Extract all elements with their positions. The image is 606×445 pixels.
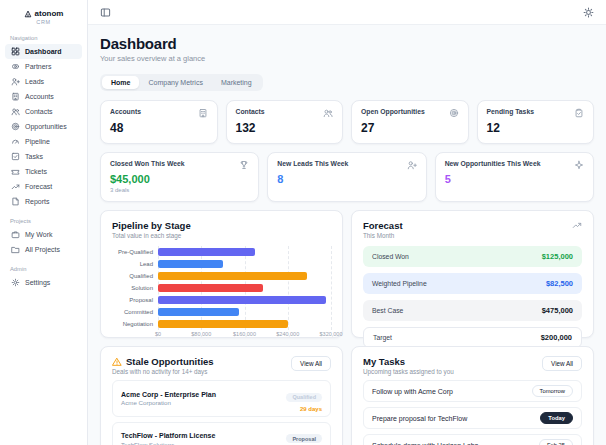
kpi-value: 27: [361, 121, 459, 135]
gauge-icon: [11, 137, 20, 146]
target-icon: [449, 108, 459, 118]
kpi-label: Accounts: [110, 108, 141, 115]
analytics-row: Pipeline by Stage Total value in each st…: [100, 210, 594, 338]
bar-lead: [158, 260, 223, 269]
kpi-label: Open Opportunities: [361, 108, 425, 115]
opportunity-name: TechFlow - Platform License: [121, 432, 215, 439]
trophy-icon: [239, 160, 249, 170]
y-tick-label: Committed: [112, 306, 158, 318]
sun-icon: [583, 7, 594, 18]
sidebar-item-label: Accounts: [25, 93, 54, 100]
kpi-card-open-opportunities: Open Opportunities 27: [351, 100, 469, 144]
dashboard-tabs: Home Company Metrics Marketing: [100, 74, 263, 91]
my-tasks-card: My Tasks Upcoming tasks assigned to you …: [351, 346, 594, 445]
card-closed-won-this-week: Closed Won This Week $45,000 3 deals: [100, 152, 259, 202]
sidebar-item-reports[interactable]: Reports: [5, 194, 82, 209]
y-tick-label: Proposal: [112, 294, 158, 306]
sidebar-item-my-work[interactable]: My Work: [5, 227, 82, 242]
stale-opportunity-row[interactable]: TechFlow - Platform License TechFlow Sol…: [112, 422, 331, 445]
tab-home[interactable]: Home: [102, 76, 139, 89]
forecast-row-value: $82,500: [546, 279, 573, 288]
bar-pre-qualified: [158, 248, 255, 257]
sidebar-item-label: Leads: [25, 78, 44, 85]
grid-icon: [11, 47, 20, 56]
chart-plot-area: [158, 246, 331, 330]
stale-view-all-button[interactable]: View All: [291, 356, 331, 371]
kpi-card-accounts: Accounts 48: [100, 100, 218, 144]
app-logo: atonom CRM: [0, 9, 87, 25]
gear-icon: [11, 278, 20, 287]
sidebar-item-all-projects[interactable]: All Projects: [5, 242, 82, 257]
card-label: Closed Won This Week: [110, 160, 185, 167]
chart-title: Pipeline by Stage: [112, 220, 331, 231]
bar-chart: Pre-Qualified Lead Qualified Solution Pr…: [112, 246, 331, 330]
kpi-value: 48: [110, 121, 208, 135]
trend-icon: [572, 220, 582, 230]
app-window: atonom CRM Navigation Dashboard Partners…: [0, 0, 606, 445]
tasks-view-all-button[interactable]: View All: [542, 356, 582, 371]
forecast-row-closed-won: Closed Won $125,000: [363, 246, 582, 267]
tab-company-metrics[interactable]: Company Metrics: [139, 76, 211, 89]
sidebar-item-accounts[interactable]: Accounts: [5, 89, 82, 104]
sidebar-item-partners[interactable]: Partners: [5, 59, 82, 74]
sidebar-item-settings[interactable]: Settings: [5, 275, 82, 290]
sidebar-item-dashboard[interactable]: Dashboard: [5, 44, 82, 59]
sidebar-item-pipeline[interactable]: Pipeline: [5, 134, 82, 149]
sidebar-item-tickets[interactable]: Tickets: [5, 164, 82, 179]
stale-opportunity-row[interactable]: Acme Corp - Enterprise Plan Acme Corpora…: [112, 380, 331, 417]
page-subtitle: Your sales overview at a glance: [100, 54, 594, 63]
card-value: $45,000: [110, 173, 249, 185]
forecast-title: Forecast: [363, 220, 403, 231]
days-stale: 29 days: [286, 406, 322, 412]
forecast-row-best-case: Best Case $475,000: [363, 300, 582, 321]
forecast-row-value: $125,000: [542, 252, 573, 261]
y-tick-label: Negotiation: [112, 318, 158, 330]
panel-toggle-icon: [100, 7, 111, 18]
tab-marketing[interactable]: Marketing: [212, 76, 261, 89]
sidebar-item-leads[interactable]: Leads: [5, 74, 82, 89]
stage-badge: Proposal: [286, 434, 322, 443]
kpi-card-contacts: Contacts 132: [226, 100, 344, 144]
forecast-subtitle: This Month: [363, 232, 403, 239]
sidebar-toggle-button[interactable]: [98, 5, 113, 20]
trend-icon: [11, 182, 20, 191]
stale-subtitle: Deals with no activity for 14+ days: [112, 368, 214, 375]
sidebar-item-label: My Work: [25, 231, 52, 238]
tasks-title: My Tasks: [363, 356, 454, 367]
sidebar-item-contacts[interactable]: Contacts: [5, 104, 82, 119]
due-badge: Feb 25: [539, 439, 573, 445]
sidebar-item-forecast[interactable]: Forecast: [5, 179, 82, 194]
forecast-row-value: $475,000: [542, 306, 573, 315]
dashboard-content: Dashboard Your sales overview at a glanc…: [88, 25, 606, 445]
due-badge: Tomorrow: [532, 385, 573, 397]
card-label: New Opportunities This Week: [445, 160, 541, 167]
kpi-value: 12: [487, 121, 585, 135]
user-plus-icon: [11, 77, 20, 86]
logo-mark-icon: [24, 10, 32, 18]
opportunity-name: Acme Corp - Enterprise Plan: [121, 391, 216, 398]
kpi-value: 132: [236, 121, 334, 135]
target-icon: [11, 122, 20, 131]
card-new-leads-this-week: New Leads This Week 8: [267, 152, 426, 202]
forecast-row-target: Target $200,000: [363, 327, 582, 348]
clipboard-check-icon: [574, 108, 584, 118]
user-plus-icon: [407, 160, 417, 170]
task-row[interactable]: Prepare proposal for TechFlow Today: [363, 407, 582, 429]
building-icon: [11, 92, 20, 101]
briefcase-icon: [11, 230, 20, 239]
gridline: [331, 246, 332, 330]
forecast-row-label: Closed Won: [372, 253, 409, 260]
folder-icon: [11, 245, 20, 254]
theme-toggle-button[interactable]: [581, 5, 596, 20]
task-row[interactable]: Follow up with Acme Corp Tomorrow: [363, 380, 582, 402]
warning-icon: [112, 357, 122, 367]
y-tick-label: Pre-Qualified: [112, 246, 158, 258]
sidebar-item-tasks[interactable]: Tasks: [5, 149, 82, 164]
bar-negotiation: [158, 320, 288, 329]
kpi-label: Pending Tasks: [487, 108, 534, 115]
opportunity-company: Acme Corporation: [121, 399, 216, 406]
bar-committed: [158, 308, 239, 317]
bar-proposal: [158, 296, 326, 305]
sidebar-item-opportunities[interactable]: Opportunities: [5, 119, 82, 134]
task-row[interactable]: Schedule demo with Horizon Labs Feb 25: [363, 434, 582, 445]
